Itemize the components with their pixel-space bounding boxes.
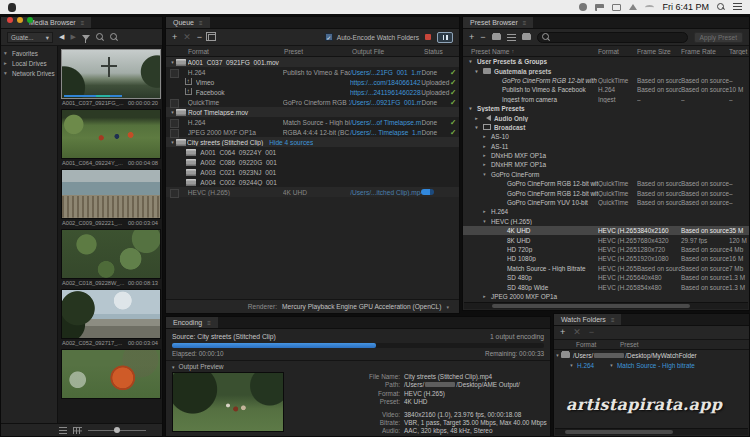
preset-row[interactable]: ▾ System Presets [463, 104, 749, 113]
output-preview-header[interactable]: ▾ Output Preview [166, 361, 550, 372]
auto-encode-checkbox[interactable] [325, 33, 333, 41]
preset-row[interactable]: GoPro CineForm RGB 12-bit with alpha (Al… [463, 76, 749, 85]
panel-menu-icon[interactable]: ≡ [611, 317, 615, 323]
preset-row[interactable]: GoPro CineForm RGB 12-bit with alpha... … [463, 188, 749, 197]
clip-thumbnail[interactable] [61, 49, 161, 99]
menubar-item[interactable] [20, 2, 31, 12]
twirl-icon[interactable]: ▸ [473, 116, 480, 121]
preset-row[interactable]: GoPro CineForm YUV 10-bit QuickTime Base… [463, 198, 749, 207]
add-watch-folder-button[interactable]: + [560, 328, 565, 337]
scrollbar-thumb[interactable] [492, 304, 690, 308]
menubar-item[interactable] [73, 2, 87, 12]
clip-thumbnail[interactable] [61, 289, 161, 339]
preset-row[interactable]: ▾ User Presets & Groups [463, 57, 749, 66]
chevron-down-icon[interactable]: ▾ [608, 363, 615, 368]
wifi-status-icon[interactable] [645, 5, 654, 10]
preset-row[interactable]: ▾ HEVC (H.265) [463, 217, 749, 226]
twirl-icon[interactable]: ▸ [481, 162, 488, 167]
menubar-item[interactable] [59, 2, 73, 12]
preset-row[interactable]: SD 480p Wide HEVC (H.265) 854x480 Based … [463, 282, 749, 291]
twirl-icon[interactable]: ▾ [172, 364, 175, 370]
minimize-window-button[interactable] [17, 17, 23, 23]
media-clip[interactable]: A002_C009_092221_... 00:00:03:04 [61, 169, 159, 226]
pause-queue-button[interactable] [437, 32, 453, 43]
watch-preset-select[interactable]: Match Source - High bitrate [617, 362, 695, 369]
column-preset-name[interactable]: Preset Name [471, 48, 509, 55]
horizontal-scrollbar[interactable] [555, 428, 748, 435]
queue-row[interactable]: H.264 Match Source - High bitr... /Users… [166, 117, 459, 127]
media-clip[interactable]: A001_C037_0921FG_... 00:00:00:20 [61, 49, 159, 106]
output-file-link[interactable]: /Users/...21FG_001_1.mp4 [350, 69, 421, 76]
format-cell[interactable]: HEVC (H.265) [188, 189, 230, 196]
preset-row[interactable]: 4K UHD HEVC (H.265) 3840x2160 Based on s… [463, 226, 749, 235]
preset-row[interactable]: ▾ Guatemala presets [463, 66, 749, 75]
media-tree-item[interactable]: ▾ Favorites [1, 48, 56, 58]
screen-record-status-icon[interactable] [579, 3, 587, 11]
twirl-icon[interactable]: ▾ [169, 59, 176, 65]
panel-menu-icon[interactable]: ≡ [199, 20, 203, 26]
preset-row[interactable]: Ingest from camera Ingest – – – [463, 95, 749, 104]
tab-encoding[interactable]: Encoding ≡ [166, 317, 218, 328]
twirl-icon[interactable]: ▸ [4, 60, 10, 66]
twirl-icon[interactable]: ▾ [554, 353, 561, 358]
preset-row[interactable]: SD 480p HEVC (H.265) 640x480 Based on so… [463, 273, 749, 282]
preset-row[interactable]: ▾ GoPro CineForm [463, 170, 749, 179]
stop-queue-button[interactable] [423, 33, 433, 42]
format-cell[interactable]: Vimeo [196, 79, 215, 86]
format-cell[interactable]: QuickTime [188, 99, 219, 106]
menubar-item[interactable] [87, 2, 101, 12]
eject-status-icon[interactable] [629, 4, 637, 10]
twirl-icon[interactable]: ▾ [467, 59, 474, 64]
menubar-item[interactable] [31, 2, 45, 12]
column-format[interactable]: Format [554, 341, 620, 348]
window-traffic-lights[interactable] [7, 17, 33, 23]
queue-row[interactable]: A002_C086_09220G_001 [166, 157, 459, 167]
preset-row[interactable]: HD 720p HEVC (H.265) 1280x720 Based on s… [463, 245, 749, 254]
add-source-button[interactable]: + [172, 33, 177, 42]
format-cell[interactable]: A001_C064_09224Y_001 [200, 149, 276, 156]
queue-row[interactable]: Facebook https:/...24119614602283 Upload… [166, 87, 459, 97]
media-clip[interactable]: A002_C052_092717_... 00:00:03:04 [61, 289, 159, 346]
twirl-icon[interactable]: ▸ [481, 209, 488, 214]
format-cell[interactable]: A001_C037_0921FG_001.mov [188, 59, 279, 66]
hide-sources-link[interactable]: Hide 4 sources [269, 139, 313, 146]
format-cell[interactable]: Roof Timelapse.mov [188, 109, 248, 116]
preset-cell[interactable]: 4K UHD [283, 189, 350, 196]
preset-cell[interactable]: RGBA 4:4:4 12-bit (BC... [283, 129, 350, 136]
panel-menu-icon[interactable]: ≡ [523, 20, 527, 26]
queue-row[interactable]: A004_C002_09244Q_001 [166, 177, 459, 187]
watch-folder-output-row[interactable]: ▾ H.264 ▾ Match Source - High bitrate [554, 360, 749, 370]
queue-row[interactable]: QuickTime GoPro Cineform RGB 12... /User… [166, 97, 459, 107]
tab-watch-folders[interactable]: Watch Folders ≡ [554, 314, 621, 325]
clip-thumbnail[interactable] [61, 229, 161, 279]
preset-row[interactable]: ▾ Broadcast [463, 123, 749, 132]
scrollbar-thumb[interactable] [565, 430, 673, 434]
queue-row[interactable]: ▾ Roof Timelapse.mov [166, 107, 459, 117]
twirl-icon[interactable]: ▾ [4, 70, 10, 76]
renderer-select[interactable]: Mercury Playback Engine GPU Acceleration… [282, 303, 441, 310]
queue-row[interactable]: ▾ City streets (Stitched Clip) Hide 4 so… [166, 137, 459, 147]
twirl-icon[interactable]: ▾ [473, 125, 480, 130]
media-clip[interactable]: A001_C064_09224Y_... 00:00:04:08 [61, 109, 159, 166]
preset-row[interactable]: 8K UHD HEVC (H.265) 7680x4320 29.97 fps … [463, 235, 749, 244]
format-cell[interactable]: Facebook [196, 89, 225, 96]
source-select[interactable]: Guate... ▾ [7, 32, 53, 43]
apple-menu-icon[interactable] [8, 3, 16, 12]
twirl-icon[interactable]: ▾ [169, 139, 176, 145]
format-cell[interactable]: A003_C021_0923NJ_001 [200, 169, 276, 176]
spotlight-search-icon[interactable] [717, 3, 725, 11]
queue-row[interactable]: A003_C021_0923NJ_001 [166, 167, 459, 177]
preset-row[interactable]: Match Source - High Bitrate HEVC (H.265)… [463, 264, 749, 273]
column-target-rate[interactable]: Target [729, 48, 749, 55]
notification-center-icon[interactable] [733, 3, 742, 11]
zoom-window-button[interactable] [27, 17, 33, 23]
forward-arrow-icon[interactable]: ▶ [70, 33, 75, 41]
slider-knob[interactable] [114, 427, 120, 433]
clip-thumbnail[interactable] [61, 349, 161, 399]
queue-row[interactable]: HEVC (H.265) 4K UHD /Users/...itched Cli… [166, 187, 459, 197]
keyboard-status-icon[interactable] [595, 4, 604, 11]
add-output-button[interactable]: ✕ [573, 328, 581, 337]
preset-row[interactable]: ▸ DNxHR MXF OP1a [463, 160, 749, 169]
output-file-link[interactable]: /Users/...0921FG_001.mov [350, 99, 421, 106]
output-file-link[interactable]: /Users/...itched Clip).mp4 [350, 189, 421, 196]
